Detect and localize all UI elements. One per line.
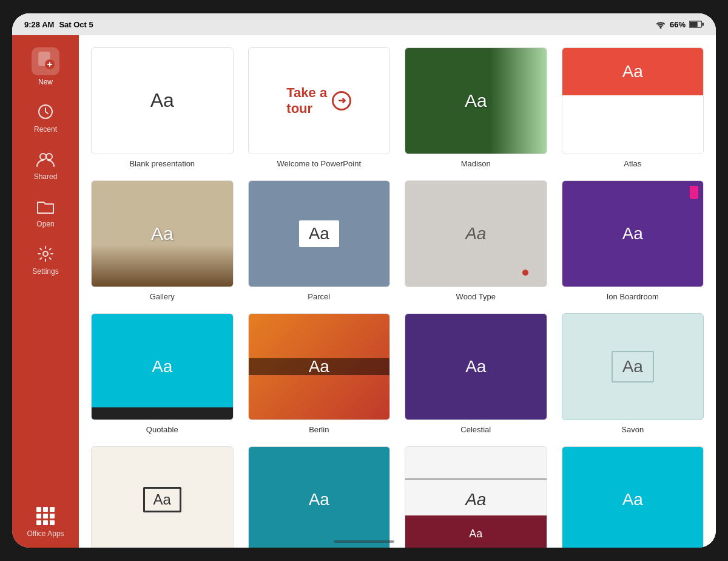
template-thumb-dividend: Aa Aa: [405, 446, 547, 548]
sidebar-new-label: New: [38, 78, 53, 86]
templates-grid: Aa Blank presentation Take a tour ➜: [91, 47, 704, 548]
template-name-woodtype: Wood Type: [456, 292, 496, 301]
template-name-parcel: Parcel: [308, 292, 330, 301]
shared-icon: [33, 148, 58, 170]
template-madison[interactable]: Aa Madison: [405, 47, 547, 168]
template-thumb-ionboardroom: Aa: [562, 180, 704, 287]
svg-point-11: [43, 251, 48, 256]
sidebar-item-open[interactable]: Open: [12, 188, 79, 236]
template-name-quotable: Quotable: [146, 425, 178, 434]
svg-rect-2: [690, 22, 698, 27]
svg-point-0: [659, 27, 661, 29]
template-thumb-tour: Take a tour ➜: [248, 47, 391, 154]
svg-point-9: [40, 154, 46, 160]
office-apps-icon: [33, 505, 58, 527]
template-thumb-savon: Aa: [562, 313, 704, 420]
new-icon-bg: [32, 47, 59, 75]
tour-arrow-icon: ➜: [332, 91, 351, 110]
status-bar: 9:28 AM Sat Oct 5 66%: [12, 13, 716, 35]
settings-icon: [33, 243, 58, 265]
sidebar: New Recent: [12, 35, 79, 548]
battery-icon: [689, 21, 704, 28]
template-atlas[interactable]: Aa Atlas: [562, 47, 704, 168]
template-thumb-gallery: Aa: [91, 180, 234, 287]
template-circuit[interactable]: Aa Circuit: [248, 446, 391, 548]
svg-rect-3: [702, 22, 704, 25]
template-thumb-woodtype: Aa: [405, 180, 547, 287]
template-name-madison: Madison: [461, 159, 491, 168]
sidebar-item-office-apps[interactable]: Office Apps: [12, 498, 79, 540]
template-dividend[interactable]: Aa Aa Dividend: [405, 446, 547, 548]
template-name-ionboardroom: Ion Boardroom: [607, 292, 659, 301]
template-savon[interactable]: Aa Savon: [562, 313, 704, 434]
sidebar-open-label: Open: [36, 220, 54, 228]
tour-line1: Take a: [286, 85, 327, 100]
status-bar-left: 9:28 AM Sat Oct 5: [24, 20, 93, 29]
home-indicator: [334, 540, 394, 543]
open-icon: [33, 195, 58, 217]
template-woodtype[interactable]: Aa Wood Type: [405, 180, 547, 301]
template-parcel[interactable]: Aa Parcel: [248, 180, 391, 301]
template-thumb-frame: Aa: [562, 446, 704, 548]
template-thumb-crop: Aa: [91, 446, 234, 548]
sidebar-shared-label: Shared: [34, 172, 58, 181]
template-crop[interactable]: Aa Crop: [91, 446, 234, 548]
template-thumb-blank: Aa: [91, 47, 234, 154]
template-name-berlin: Berlin: [309, 425, 329, 434]
template-tour[interactable]: Take a tour ➜ Welcome to PowerPoint: [248, 47, 391, 168]
status-bar-right: 66%: [655, 20, 704, 29]
template-blank[interactable]: Aa Blank presentation: [91, 47, 234, 168]
template-name-savon: Savon: [621, 425, 644, 434]
new-document-icon: [36, 51, 55, 69]
svg-point-10: [46, 154, 52, 160]
sidebar-item-shared[interactable]: Shared: [12, 141, 79, 188]
wifi-icon: [655, 20, 666, 29]
template-quotable[interactable]: Aa Quotable: [91, 313, 234, 434]
template-thumb-atlas: Aa: [562, 47, 704, 154]
date-display: Sat Oct 5: [59, 20, 93, 29]
template-thumb-parcel: Aa: [248, 180, 391, 287]
template-thumb-berlin: Aa: [248, 313, 391, 420]
template-name-blank: Blank presentation: [129, 159, 195, 168]
template-thumb-circuit: Aa: [248, 446, 391, 548]
ipad-device: 9:28 AM Sat Oct 5 66%: [12, 13, 716, 548]
template-berlin[interactable]: Aa Berlin: [248, 313, 391, 434]
sidebar-office-apps-label: Office Apps: [27, 529, 64, 538]
template-thumb-madison: Aa: [405, 47, 547, 154]
template-thumb-quotable: Aa: [91, 313, 234, 420]
sidebar-item-new[interactable]: New: [12, 40, 79, 93]
template-frame[interactable]: Aa Frame: [562, 446, 704, 548]
recent-icon: [33, 101, 58, 123]
template-name-celestial: Celestial: [460, 425, 491, 434]
sidebar-item-settings[interactable]: Settings: [12, 236, 79, 283]
template-name-gallery: Gallery: [150, 292, 175, 301]
template-name-tour: Welcome to PowerPoint: [277, 159, 362, 168]
svg-rect-7: [49, 62, 50, 67]
sidebar-settings-label: Settings: [32, 267, 58, 276]
templates-content: Aa Blank presentation Take a tour ➜: [79, 35, 716, 548]
template-gallery[interactable]: Aa Gallery: [91, 180, 234, 301]
template-ionboardroom[interactable]: Aa Ion Boardroom: [562, 180, 704, 301]
sidebar-item-recent[interactable]: Recent: [12, 93, 79, 141]
template-celestial[interactable]: Aa Celestial: [405, 313, 547, 434]
battery-display: 66%: [670, 20, 686, 29]
tour-line2: tour: [286, 101, 312, 116]
time-display: 9:28 AM: [24, 20, 54, 29]
sidebar-bottom: Office Apps: [12, 498, 79, 548]
template-name-atlas: Atlas: [624, 159, 641, 168]
template-thumb-celestial: Aa: [405, 313, 547, 420]
sidebar-recent-label: Recent: [34, 125, 57, 134]
app-container: New Recent: [12, 35, 716, 548]
